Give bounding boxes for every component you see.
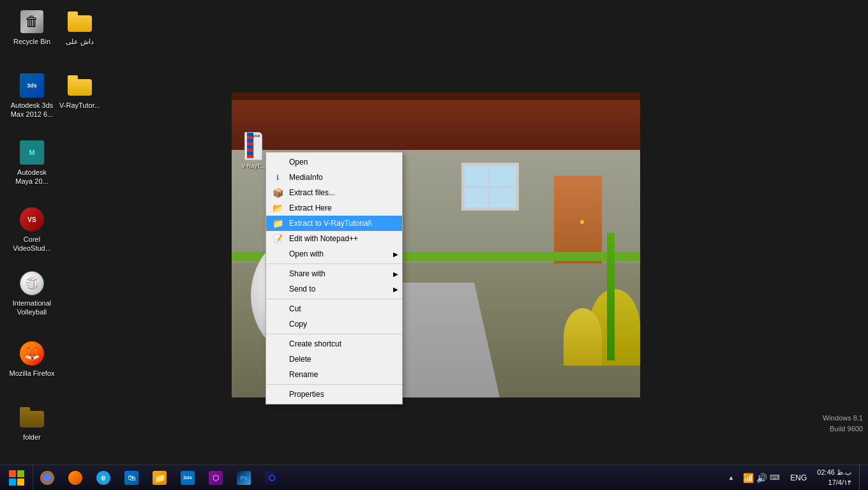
context-menu-extract-files[interactable]: 📦 Extract files... xyxy=(266,185,402,200)
extract-here-icon: 📂 xyxy=(271,203,284,213)
context-menu-edit-notepad[interactable]: 📝 Edit with Notepad++ xyxy=(266,231,402,246)
desktop: RAR V-RayT... 🗑 Recycle Bin داش على 3ds … xyxy=(0,0,868,464)
desktop-icon-maya[interactable]: M Autodesk Maya 20... xyxy=(6,137,57,189)
context-menu-mediainfo[interactable]: ℹ MediaInfo xyxy=(266,170,402,185)
desktop-icon-folder[interactable]: folder xyxy=(6,402,57,444)
taskbar-app1[interactable]: ⬡ xyxy=(202,465,230,491)
context-menu: Open ℹ MediaInfo 📦 Extract files... 📂 Ex… xyxy=(266,152,403,405)
language-indicator[interactable]: ENG xyxy=(788,473,809,482)
maya-label: Autodesk Maya 20... xyxy=(9,168,55,186)
taskbar: e 🛍 📁 3ds ⬡ Ps ⬡ ▲ 📶 🔊 ⌨ ENG 02:46 ب.ظ xyxy=(0,464,868,490)
taskbar-firefox[interactable] xyxy=(61,465,89,491)
volume-icon[interactable]: 🔊 xyxy=(756,473,767,483)
open-with-arrow: ▶ xyxy=(393,251,398,258)
corel-label: Corel VideoStud... xyxy=(9,235,55,253)
app2-icon: ⬡ xyxy=(265,471,279,485)
taskbar-3ds-max[interactable]: 3ds xyxy=(174,465,202,491)
taskbar-ie[interactable]: e xyxy=(89,465,117,491)
delete-label: Delete xyxy=(289,355,311,364)
notification-expand[interactable]: ▲ xyxy=(726,474,735,481)
notepad-icon: 📝 xyxy=(271,234,284,244)
clock-date: 17/4/۱۴ xyxy=(817,478,851,487)
extract-files-icon: 📦 xyxy=(271,188,284,198)
explorer-icon: 📁 xyxy=(153,471,167,485)
send-to-label: Send to xyxy=(289,285,315,293)
windows-version-line2: Build 9600 xyxy=(823,424,863,434)
win-logo-red xyxy=(9,470,16,477)
ie-icon: e xyxy=(96,471,110,485)
keyboard-icon[interactable]: ⌨ xyxy=(770,473,780,482)
vray-folder-label: V-RayTutor... xyxy=(59,101,100,110)
extract-here-label: Extract Here xyxy=(289,204,332,212)
dash-ali-icon xyxy=(67,9,93,34)
3dsmax-icon: 3ds xyxy=(19,73,45,98)
windows-version-line1: Windows 8.1 xyxy=(823,413,863,424)
show-desktop-button[interactable] xyxy=(859,465,864,491)
extract-to-label: Extract to V-RayTutorial\ xyxy=(289,219,372,228)
recycle-bin-icon: 🗑 xyxy=(19,9,45,34)
context-menu-separator-2 xyxy=(266,299,402,299)
edit-notepad-label: Edit with Notepad++ xyxy=(289,234,358,243)
desktop-icon-vray[interactable]: V-RayTutor... xyxy=(54,70,105,112)
3dsmax-label: Autodesk 3ds Max 2012 6... xyxy=(9,101,55,119)
desktop-icon-firefox[interactable]: 🦊 Mozilla Firefox xyxy=(6,338,57,380)
context-menu-separator-4 xyxy=(266,384,402,385)
taskbar-chrome[interactable] xyxy=(33,465,61,491)
taskbar-store[interactable]: 🛍 xyxy=(117,465,146,491)
firefox-label: Mozilla Firefox xyxy=(10,369,55,378)
context-menu-copy[interactable]: Copy xyxy=(266,316,402,332)
maya-icon: M xyxy=(19,140,45,165)
app1-icon: ⬡ xyxy=(209,471,223,485)
start-button[interactable] xyxy=(0,465,33,491)
dash-ali-label: داش على xyxy=(66,37,94,46)
taskbar-photoshop[interactable]: Ps xyxy=(230,465,258,491)
vray-folder-icon xyxy=(67,73,93,98)
store-icon: 🛍 xyxy=(124,471,138,485)
desktop-icon-corel[interactable]: VS Corel VideoStud... xyxy=(6,204,57,256)
extract-to-icon: 📁 xyxy=(271,218,284,228)
desktop-icon-dash-ali[interactable]: داش على xyxy=(54,6,105,48)
recycle-bin-label: Recycle Bin xyxy=(13,37,50,46)
win-logo-blue xyxy=(9,479,16,486)
ps-icon: Ps xyxy=(237,471,251,485)
firefox-desktop-icon: 🦊 xyxy=(19,341,45,366)
context-menu-extract-to[interactable]: 📁 Extract to V-RayTutorial\ xyxy=(266,216,402,231)
share-with-arrow: ▶ xyxy=(393,271,398,278)
open-with-label: Open with xyxy=(289,249,324,258)
taskbar-right: ▲ 📶 🔊 ⌨ ENG 02:46 ب.ظ 17/4/۱۴ xyxy=(726,465,868,490)
desktop-icon-recycle-bin[interactable]: 🗑 Recycle Bin xyxy=(6,6,57,48)
win-logo-green xyxy=(17,470,24,477)
context-menu-delete[interactable]: Delete xyxy=(266,352,402,367)
taskbar-app2[interactable]: ⬡ xyxy=(258,465,286,491)
volleyball-label: International Volleyball xyxy=(9,299,55,317)
context-menu-send-to[interactable]: Send to ▶ xyxy=(266,281,402,297)
create-shortcut-label: Create shortcut xyxy=(289,339,341,348)
context-menu-open[interactable]: Open xyxy=(266,154,402,170)
windows-logo xyxy=(9,470,24,486)
context-menu-open-with[interactable]: Open with ▶ xyxy=(266,246,402,262)
windows-version: Windows 8.1 Build 9600 xyxy=(823,413,863,434)
properties-label: Properties xyxy=(289,390,324,399)
share-with-label: Share with xyxy=(289,269,326,278)
desktop-icon-3dsmax[interactable]: 3ds Autodesk 3ds Max 2012 6... xyxy=(6,70,57,122)
systray: 📶 🔊 ⌨ xyxy=(738,473,785,483)
context-menu-properties[interactable]: Properties xyxy=(266,387,402,402)
context-menu-cut[interactable]: Cut xyxy=(266,301,402,316)
taskbar-icons: e 🛍 📁 3ds ⬡ Ps ⬡ xyxy=(33,465,726,490)
corel-icon: VS xyxy=(19,207,45,232)
taskbar-clock[interactable]: 02:46 ب.ظ 17/4/۱۴ xyxy=(812,468,857,487)
rename-label: Rename xyxy=(289,370,318,379)
context-menu-extract-here[interactable]: 📂 Extract Here xyxy=(266,200,402,216)
clock-time: 02:46 ب.ظ xyxy=(817,468,851,477)
network-icon[interactable]: 📶 xyxy=(743,473,754,483)
desktop-icon-volleyball[interactable]: 🏐 International Volleyball xyxy=(6,268,57,320)
mediainfo-icon: ℹ xyxy=(271,172,284,182)
extract-files-label: Extract files... xyxy=(289,188,335,197)
firefox-taskbar-icon xyxy=(68,471,82,485)
copy-label: Copy xyxy=(289,320,307,329)
chrome-icon xyxy=(40,471,54,485)
taskbar-file-explorer[interactable]: 📁 xyxy=(146,465,174,491)
context-menu-rename[interactable]: Rename xyxy=(266,367,402,382)
context-menu-share-with[interactable]: Share with ▶ xyxy=(266,266,402,281)
context-menu-create-shortcut[interactable]: Create shortcut xyxy=(266,336,402,352)
